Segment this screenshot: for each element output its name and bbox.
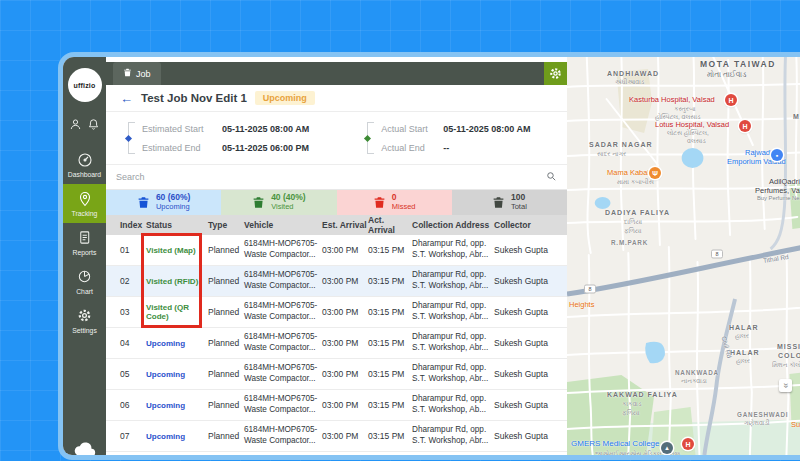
table-row[interactable]: 08UpcomingPlanned6184MH-MOP6705-Waste Co… (106, 452, 567, 455)
cell-index: 07 (106, 431, 146, 441)
table-row[interactable]: 02Visited (RFID)Planned6184MH-MOP6705-Wa… (106, 266, 567, 297)
college-marker[interactable]: ▴ (661, 442, 673, 454)
hospital-marker[interactable]: H (739, 120, 751, 132)
cell-type: Planned (208, 369, 244, 379)
search-icon[interactable] (546, 168, 557, 186)
cell-est-arrival: 03:00 PM (322, 369, 368, 379)
estimated-schedule: Estimated Start05-11-2025 08:00 AM Estim… (128, 122, 309, 154)
map-label: કસ્તુરબા (674, 106, 696, 112)
hospital-marker[interactable]: H (725, 94, 737, 106)
map-label: COLONY (778, 352, 800, 359)
shield-marker: 8 (711, 250, 723, 259)
table-row[interactable]: 05UpcomingPlanned6184MH-MOP6705-Waste Co… (106, 359, 567, 390)
app-logo[interactable]: uffizio (68, 68, 102, 102)
column-header: Type (208, 220, 244, 230)
map-label: HALAR (730, 349, 760, 356)
map-label: દાળિયા (624, 219, 642, 225)
sidebar: uffizio DashboardTrackingReportsChartSet… (63, 57, 106, 455)
pie-chart-icon (63, 269, 106, 286)
stat-label: Upcoming (156, 203, 191, 212)
bell-icon[interactable] (87, 118, 100, 131)
cell-address: Dharampur Rd, opp.S.T. Workshop, Abr... (412, 270, 494, 291)
bin-icon (123, 68, 132, 79)
map[interactable]: ANDHIAWADઅંધીઆવાડMOTA TAIWADમોતા તાઈવાડK… (567, 57, 800, 455)
cell-status: Upcoming (146, 432, 208, 441)
sidebar-item-settings[interactable]: Settings (63, 301, 106, 340)
table-row[interactable]: 03Visited (QR Code)Planned6184MH-MOP6705… (106, 297, 567, 328)
stat-missed[interactable]: 0Missed (337, 190, 452, 215)
cell-collector: Sukesh Gupta (494, 338, 567, 348)
sidebar-menu: DashboardTrackingReportsChartSettings (63, 145, 106, 340)
schedule-panel: Estimated Start05-11-2025 08:00 AM Estim… (106, 111, 567, 165)
user-icon[interactable] (69, 118, 82, 131)
sidebar-item-tracking[interactable]: Tracking (63, 184, 106, 223)
map-label: ફળિયા (622, 410, 640, 416)
table-row[interactable]: 06UpcomingPlanned6184MH-MOP6705-Waste Co… (106, 390, 567, 421)
cell-index: 04 (106, 338, 146, 348)
sidebar-item-label: Chart (63, 288, 106, 295)
actual-end-value: -- (443, 143, 449, 153)
cell-status: Visited (RFID) (146, 277, 208, 286)
sidebar-item-chart[interactable]: Chart (63, 262, 106, 301)
cell-collector: Sukesh Gupta (494, 431, 567, 441)
cell-index: 02 (106, 276, 146, 286)
gear-icon (63, 308, 106, 325)
document-icon (63, 230, 106, 247)
sidebar-item-dashboard[interactable]: Dashboard (63, 145, 106, 184)
estimated-end-label: Estimated End (142, 143, 222, 153)
cell-address: Dharampur Rd, opp.S.T. Workshop, Abr... (412, 332, 494, 353)
table-row[interactable]: 04UpcomingPlanned6184MH-MOP6705-Waste Co… (106, 328, 567, 359)
search-input[interactable] (116, 172, 546, 182)
back-button[interactable]: ← (120, 92, 133, 105)
map-label: વલસાડ (687, 138, 706, 144)
actual-start-label: Actual Start (381, 124, 443, 134)
cell-index: 05 (106, 369, 146, 379)
map-label: નાનકવાડા (681, 378, 707, 384)
restaurant-marker[interactable]: Ψ (649, 167, 661, 179)
cell-vehicle: 6184MH-MOP6705-Waste Compactor... (244, 425, 322, 446)
map-label: HALAR (729, 324, 759, 331)
map-label: ગણેશવાડી (744, 420, 770, 426)
map-label: GANESHWADI (737, 412, 788, 418)
cell-type: Planned (208, 276, 244, 286)
tab-job[interactable]: Job (113, 62, 161, 85)
stat-label: Missed (392, 203, 416, 212)
cell-collector: Sukesh Gupta (494, 276, 567, 286)
cell-address: Dharampur Rd, opp.S.T. Workshop, Abr... (412, 301, 494, 322)
app-window: uffizio DashboardTrackingReportsChartSet… (58, 52, 800, 460)
cell-vehicle: 6184MH-MOP6705-Waste Compactor... (244, 301, 322, 322)
sidebar-item-reports[interactable]: Reports (63, 223, 106, 262)
map-collapse-control[interactable]: » (779, 379, 792, 392)
map-label: R.M.PARK (611, 240, 648, 246)
cell-est-arrival: 03:00 PM (322, 276, 368, 286)
shopping-marker[interactable]: ▪ (771, 149, 783, 161)
map-label: Kasturba Hospital, Valsad (629, 96, 715, 104)
tab-label: Job (136, 69, 151, 79)
map-label: ફળિયા (624, 228, 642, 234)
table-row[interactable]: 01Visited (Map)Planned6184MH-MOP6705-Was… (106, 235, 567, 266)
estimated-marker (125, 135, 132, 142)
speedometer-icon (63, 152, 106, 169)
stats-bar: 60 (60%)Upcoming40 (40%)Visited0Missed10… (106, 190, 567, 215)
cell-vehicle: 6184MH-MOP6705-Waste Compactor... (244, 239, 322, 260)
stat-visited[interactable]: 40 (40%)Visited (221, 190, 336, 215)
shield-marker: 8 (584, 285, 596, 294)
cell-type: Planned (208, 431, 244, 441)
stat-upcoming[interactable]: 60 (60%)Upcoming (106, 190, 221, 215)
settings-button[interactable] (544, 62, 567, 85)
column-header: Status (146, 220, 208, 230)
map-label: MISSION (777, 343, 800, 350)
cell-status: Upcoming (146, 339, 208, 348)
table-row[interactable]: 07UpcomingPlanned6184MH-MOP6705-Waste Co… (106, 421, 567, 452)
stat-label: Visited (271, 203, 306, 212)
stat-total[interactable]: 100Total (452, 190, 567, 215)
cell-type: Planned (208, 245, 244, 255)
stat-label: Total (511, 203, 527, 212)
map-label: SADAR NAGAR (589, 141, 653, 148)
cell-act-arrival: 03:15 PM (368, 431, 412, 441)
column-header: Act. Arrival (368, 215, 412, 235)
map-label: Su (791, 421, 800, 429)
cell-index: 01 (106, 245, 146, 255)
hospital-marker[interactable]: H (682, 438, 694, 450)
estimated-end-value: 05-11-2025 06:00 PM (222, 143, 309, 153)
